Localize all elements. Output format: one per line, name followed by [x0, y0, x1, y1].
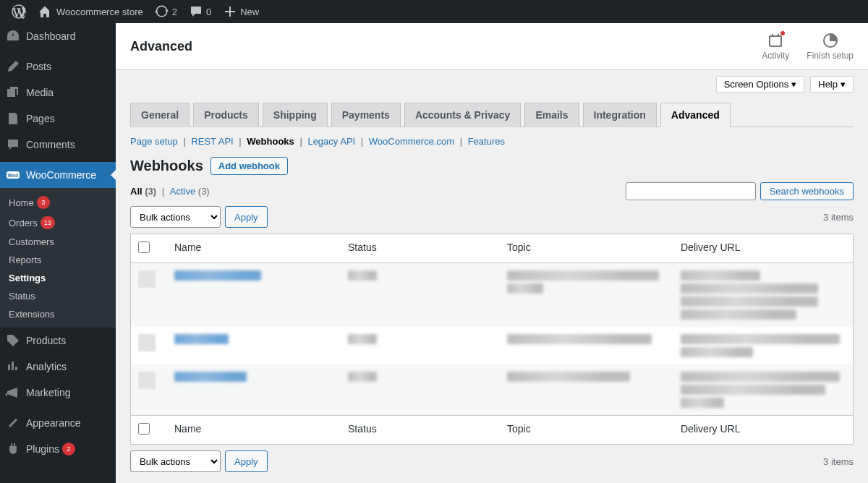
tab-accounts[interactable]: Accounts & Privacy [404, 103, 522, 127]
new-label: New [240, 7, 259, 17]
home-icon [38, 4, 52, 19]
select-all-checkbox[interactable] [138, 241, 150, 253]
menu-label: Marketing [26, 387, 70, 398]
screen-options-button[interactable]: Screen Options ▾ [716, 76, 805, 93]
activity-button[interactable]: Activity [762, 32, 789, 61]
bulk-actions-select[interactable]: Bulk actions [130, 206, 221, 228]
menu-label: Analytics [26, 361, 67, 372]
pages-icon [6, 111, 20, 126]
webhook-name-link[interactable] [174, 372, 247, 382]
tab-general[interactable]: General [130, 103, 190, 127]
apply-button[interactable]: Apply [225, 450, 268, 472]
subnav-legacy-api[interactable]: Legacy API [307, 136, 355, 147]
webhook-status [348, 334, 377, 344]
menu-dashboard[interactable]: Dashboard [0, 23, 116, 49]
menu-label: Posts [26, 61, 51, 72]
webhook-name-link[interactable] [174, 270, 261, 281]
comments-link[interactable]: 0 [183, 0, 217, 23]
menu-appearance[interactable]: Appearance [0, 410, 116, 436]
tab-payments[interactable]: Payments [331, 103, 401, 127]
apply-button[interactable]: Apply [225, 206, 268, 228]
settings-tabs: General Products Shipping Payments Accou… [130, 103, 854, 127]
admin-bar: Woocommerce store 2 0 New [0, 0, 868, 23]
screen-options-row: Screen Options ▾ Help ▾ [116, 70, 868, 93]
items-count: 3 items [823, 212, 854, 223]
tab-integration[interactable]: Integration [583, 103, 657, 127]
filter-active[interactable]: Active (3) [170, 186, 210, 197]
menu-marketing[interactable]: Marketing [0, 380, 116, 406]
menu-label: WooCommerce [26, 169, 96, 181]
plus-icon [223, 4, 237, 19]
tab-products[interactable]: Products [193, 103, 259, 127]
search-box: Search webhooks [626, 182, 854, 200]
webhook-name-link[interactable] [174, 334, 229, 344]
menu-label: Plugins [26, 443, 59, 455]
submenu-home[interactable]: Home3 [0, 192, 116, 213]
updates-link[interactable]: 2 [149, 0, 183, 23]
column-name[interactable]: Name [167, 234, 341, 263]
column-delivery[interactable]: Delivery URL [673, 416, 854, 445]
main-content: Advanced Activity Finish setup Screen Op… [116, 23, 868, 483]
column-name[interactable]: Name [167, 416, 341, 445]
tab-emails[interactable]: Emails [524, 103, 579, 127]
menu-media[interactable]: Media [0, 80, 116, 106]
new-link[interactable]: New [217, 0, 265, 23]
menu-comments[interactable]: Comments [0, 132, 116, 158]
help-button[interactable]: Help ▾ [810, 76, 854, 93]
wp-logo[interactable] [6, 0, 32, 23]
woocommerce-icon: Woo [6, 168, 20, 182]
add-webhook-button[interactable]: Add webhook [210, 157, 288, 175]
products-icon [6, 333, 20, 348]
search-webhooks-button[interactable]: Search webhooks [760, 182, 854, 200]
updates-count-label: 2 [172, 7, 177, 17]
filter-all[interactable]: All (3) [130, 186, 156, 197]
submenu-customers[interactable]: Customers [0, 233, 116, 251]
menu-label: Appearance [26, 417, 81, 429]
menu-posts[interactable]: Posts [0, 54, 116, 80]
submenu-extensions[interactable]: Extensions [0, 305, 116, 323]
chevron-down-icon: ▾ [791, 79, 796, 90]
site-name-link[interactable]: Woocommerce store [32, 0, 149, 23]
finish-setup-button[interactable]: Finish setup [807, 32, 854, 61]
column-topic[interactable]: Topic [500, 234, 673, 263]
table-row [131, 327, 854, 364]
column-status[interactable]: Status [341, 416, 500, 445]
submenu-orders[interactable]: Orders13 [0, 213, 116, 233]
plugins-icon [6, 442, 20, 456]
activity-label: Activity [762, 51, 789, 61]
submenu-reports[interactable]: Reports [0, 251, 116, 269]
posts-icon [6, 59, 20, 74]
menu-analytics[interactable]: Analytics [0, 354, 116, 380]
tab-advanced[interactable]: Advanced [660, 103, 731, 127]
submenu-settings[interactable]: Settings [0, 269, 116, 287]
subnav-woocommerce-com[interactable]: WooCommerce.com [369, 136, 454, 147]
menu-pages[interactable]: Pages [0, 106, 116, 132]
status-filters: All (3) | Active (3) [130, 186, 210, 197]
webhook-delivery-url [681, 270, 760, 281]
subnav-page-setup[interactable]: Page setup [130, 136, 178, 147]
tab-shipping[interactable]: Shipping [263, 103, 328, 127]
subnav-webhooks[interactable]: Webhooks [247, 136, 294, 147]
site-name-label: Woocommerce store [56, 7, 143, 17]
subnav-features[interactable]: Features [468, 136, 505, 147]
submenu-status[interactable]: Status [0, 287, 116, 305]
column-status[interactable]: Status [341, 234, 500, 263]
items-count: 3 items [823, 456, 854, 467]
badge: 3 [37, 196, 50, 209]
menu-woocommerce[interactable]: WooWooCommerce [0, 162, 116, 188]
column-delivery[interactable]: Delivery URL [673, 234, 854, 263]
column-topic[interactable]: Topic [500, 416, 673, 445]
webhook-status [348, 270, 377, 281]
search-input[interactable] [626, 182, 756, 200]
select-all-checkbox[interactable] [138, 423, 150, 435]
bulk-actions-select[interactable]: Bulk actions [130, 450, 221, 472]
menu-plugins[interactable]: Plugins2 [0, 436, 116, 462]
webhook-delivery-url [681, 334, 840, 344]
advanced-subnav: Page setup | REST API | Webhooks | Legac… [130, 136, 854, 147]
subnav-rest-api[interactable]: REST API [191, 136, 233, 147]
svg-rect-2 [770, 36, 781, 46]
webhook-topic [507, 270, 659, 281]
wordpress-icon [12, 4, 26, 19]
badge: 2 [62, 443, 75, 456]
menu-products[interactable]: Products [0, 328, 116, 354]
